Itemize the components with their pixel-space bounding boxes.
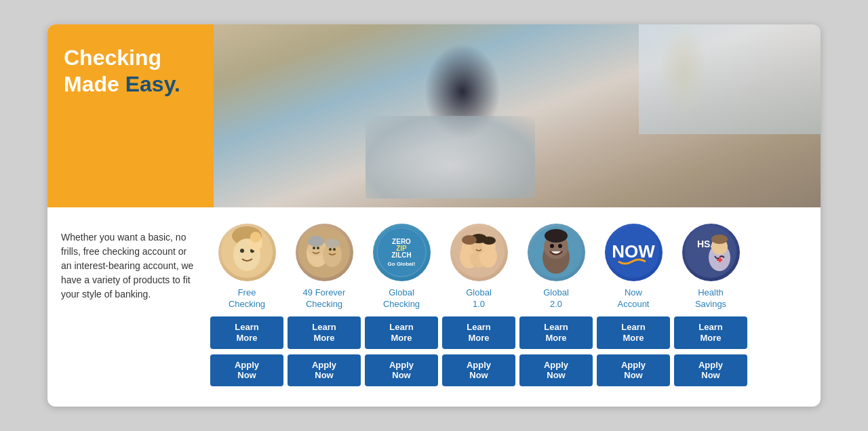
free-checking-label: FreeChecking <box>229 287 265 311</box>
apply-now-now-button[interactable]: ApplyNow <box>597 354 670 386</box>
svg-point-33 <box>482 237 496 245</box>
learn-more-hsa: LearnMore <box>674 316 747 348</box>
learn-more-now-button[interactable]: LearnMore <box>597 316 670 348</box>
global-2-label: Global2.0 <box>543 287 569 311</box>
product-icons-row: FreeChecking <box>210 224 807 311</box>
svg-point-39 <box>558 244 562 248</box>
svg-point-14 <box>313 247 315 249</box>
learn-more-g1: LearnMore <box>442 316 515 348</box>
health-savings-label: HealthSavings <box>695 287 726 311</box>
learn-more-global-checking-button[interactable]: LearnMore <box>365 316 438 348</box>
svg-point-38 <box>550 244 554 248</box>
apply-now-hsa-button[interactable]: ApplyNow <box>674 354 747 386</box>
svg-point-13 <box>325 239 340 248</box>
svg-text:Go Global!: Go Global! <box>387 261 415 267</box>
global-2-icon <box>528 224 585 281</box>
now-account-label: NowAccount <box>618 287 650 311</box>
learn-more-row: LearnMore LearnMore LearnMore LearnMore … <box>210 316 807 348</box>
svg-rect-47 <box>719 257 721 262</box>
hero-text-panel: Checking Made Easy. <box>47 24 214 207</box>
now-account-icon: NOW <box>605 224 663 281</box>
hero-section: Checking Made Easy. <box>47 24 821 207</box>
product-health-savings: HSA <box>674 224 747 311</box>
49-forever-label: 49 ForeverChecking <box>303 287 346 311</box>
sidebar-description: Whether you want a basic, no frills, fre… <box>61 224 197 386</box>
svg-point-16 <box>329 248 332 251</box>
svg-point-32 <box>462 235 477 245</box>
apply-now-49: ApplyNow <box>288 354 361 386</box>
svg-point-48 <box>711 234 728 244</box>
learn-more-now: LearnMore <box>597 316 670 348</box>
apply-now-global-checking: ApplyNow <box>365 354 438 386</box>
learn-more-49: LearnMore <box>288 316 361 348</box>
apply-now-hsa: ApplyNow <box>674 354 747 386</box>
product-global-1: Global1.0 <box>442 224 515 311</box>
apply-now-g1-button[interactable]: ApplyNow <box>442 354 515 386</box>
svg-text:NOW: NOW <box>612 241 655 262</box>
products-grid: FreeChecking <box>210 224 807 386</box>
svg-point-37 <box>545 229 568 243</box>
learn-more-free-button[interactable]: LearnMore <box>210 316 283 348</box>
svg-point-6 <box>250 232 261 243</box>
product-global-2: Global2.0 <box>519 224 593 311</box>
learn-more-hsa-button[interactable]: LearnMore <box>674 316 747 348</box>
global-1-label: Global1.0 <box>466 287 492 311</box>
learn-more-g1-button[interactable]: LearnMore <box>442 316 515 348</box>
global-checking-icon: ZERO ZIP ZILCH Go Global! <box>373 224 431 281</box>
apply-now-49-button[interactable]: ApplyNow <box>288 354 361 386</box>
svg-text:ZILCH: ZILCH <box>391 251 411 259</box>
health-savings-icon: HSA <box>682 224 740 281</box>
hero-title: Checking Made Easy. <box>64 45 180 97</box>
svg-point-3 <box>240 249 244 253</box>
apply-now-row: ApplyNow ApplyNow ApplyNow ApplyNow Appl… <box>210 354 807 386</box>
apply-now-g2: ApplyNow <box>519 354 593 386</box>
apply-now-global-checking-button[interactable]: ApplyNow <box>365 354 438 386</box>
free-checking-icon <box>218 224 276 281</box>
learn-more-global-checking: LearnMore <box>365 316 438 348</box>
svg-point-15 <box>317 247 319 249</box>
49-forever-icon <box>296 224 353 281</box>
apply-now-g1: ApplyNow <box>442 354 515 386</box>
hero-image <box>214 24 821 207</box>
learn-more-g2: LearnMore <box>519 316 593 348</box>
product-global-checking: ZERO ZIP ZILCH Go Global! GlobalChecking <box>365 224 438 311</box>
global-1-icon <box>450 224 508 281</box>
product-49-forever: 49 ForeverChecking <box>288 224 361 311</box>
product-now-account: NOW NowAccount <box>597 224 670 311</box>
svg-point-12 <box>308 236 324 247</box>
learn-more-free: LearnMore <box>210 316 283 348</box>
product-free-checking: FreeChecking <box>210 224 283 311</box>
apply-now-now: ApplyNow <box>597 354 670 386</box>
main-card: Checking Made Easy. Whether you want a b… <box>47 24 821 406</box>
apply-now-g2-button[interactable]: ApplyNow <box>519 354 593 386</box>
learn-more-49-button[interactable]: LearnMore <box>288 316 361 348</box>
global-checking-label: GlobalChecking <box>383 287 420 311</box>
content-section: Whether you want a basic, no frills, fre… <box>47 207 821 406</box>
svg-point-17 <box>333 248 336 251</box>
apply-now-free: ApplyNow <box>210 354 283 386</box>
learn-more-g2-button[interactable]: LearnMore <box>519 316 593 348</box>
apply-now-free-button[interactable]: ApplyNow <box>210 354 283 386</box>
